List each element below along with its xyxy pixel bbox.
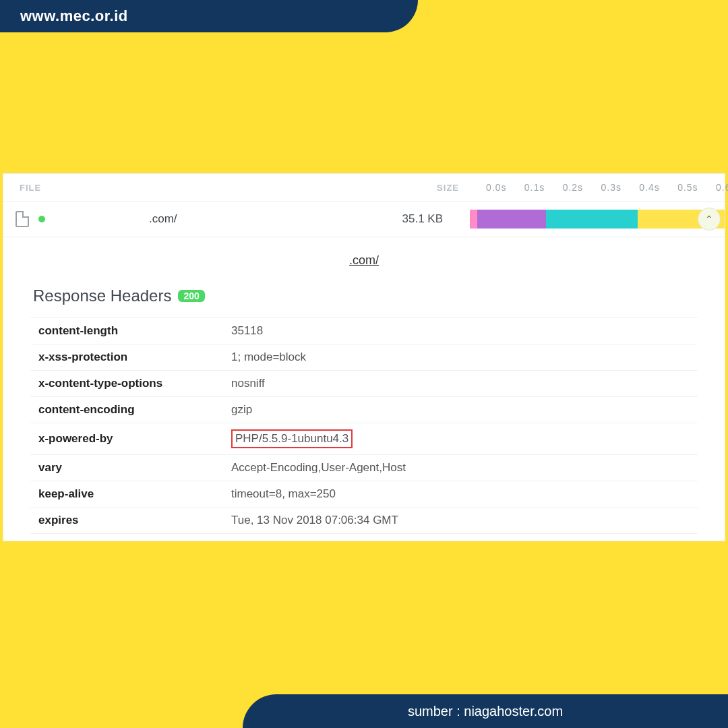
section-title: Response Headers 200 [33, 286, 698, 305]
bottom-banner: sumber : niagahoster.com [243, 694, 728, 728]
header-key: keep-alive [30, 481, 226, 507]
file-size: 35.1 KB [367, 212, 470, 226]
header-value: Accept-Encoding,User-Agent,Host [226, 454, 698, 481]
source-text: sumber : niagahoster.com [408, 704, 563, 719]
top-banner: www.mec.or.id [0, 0, 418, 32]
status-dot-icon [38, 216, 45, 222]
detail-url[interactable]: .com/ [30, 253, 698, 268]
header-key: expires [30, 507, 226, 533]
header-value: nosniff [226, 371, 698, 397]
header-row: content-encodinggzip [30, 397, 698, 423]
header-row: keep-alivetimeout=8, max=250 [30, 481, 698, 507]
highlight-box: PHP/5.5.9-1ubuntu4.3 [231, 429, 353, 448]
header-key: x-xss-protection [30, 344, 226, 371]
tick: 0.1s [524, 182, 525, 193]
request-row[interactable]: .com/ 35.1 KB ⌃ [3, 201, 725, 237]
section-label: Response Headers [33, 286, 171, 305]
collapse-button[interactable]: ⌃ [698, 208, 721, 231]
tick: 0.2s [563, 182, 564, 193]
waterfall-segment [477, 210, 546, 229]
waterfall-segment [546, 210, 638, 229]
header-key: x-content-type-options [30, 371, 226, 397]
waterfall-bar [470, 210, 725, 229]
waterfall-panel: FILE SIZE 0.0s 0.1s 0.2s 0.3s 0.4s 0.5s … [3, 173, 725, 541]
file-name: .com/ [149, 212, 177, 226]
tick: 0.5s [677, 182, 678, 193]
header-key: vary [30, 454, 226, 481]
waterfall-segment [470, 210, 477, 229]
detail-pane: .com/ Response Headers 200 content-lengt… [3, 237, 725, 541]
header-row: expiresTue, 13 Nov 2018 07:06:34 GMT [30, 507, 698, 533]
header-value: PHP/5.5.9-1ubuntu4.3 [226, 423, 698, 455]
header-row: x-xss-protection1; mode=block [30, 344, 698, 371]
header-key: content-encoding [30, 397, 226, 423]
tick: 0.4s [639, 182, 640, 193]
col-size[interactable]: SIZE [384, 183, 486, 193]
header-value: 35118 [226, 318, 698, 344]
tick: 0.3s [601, 182, 601, 193]
header-row: content-length35118 [30, 318, 698, 344]
chevron-up-icon: ⌃ [705, 214, 713, 224]
header-row: x-content-type-optionsnosniff [30, 371, 698, 397]
header-key: content-length [30, 318, 226, 344]
header-value: Tue, 13 Nov 2018 07:06:34 GMT [226, 507, 698, 533]
header-key: x-powered-by [30, 423, 226, 455]
header-value: 1; mode=block [226, 344, 698, 371]
headers-table: content-length35118x-xss-protection1; mo… [30, 317, 698, 534]
status-badge: 200 [178, 290, 204, 302]
document-icon [16, 211, 29, 227]
top-banner-text: www.mec.or.id [20, 7, 128, 25]
header-row: x-powered-byPHP/5.5.9-1ubuntu4.3 [30, 423, 698, 455]
header-value: gzip [226, 397, 698, 423]
tick: 0.0s [486, 182, 487, 193]
header-value: timeout=8, max=250 [226, 481, 698, 507]
header-row: varyAccept-Encoding,User-Agent,Host [30, 454, 698, 481]
tick: 0.6 [716, 182, 717, 193]
timeline-ticks: 0.0s 0.1s 0.2s 0.3s 0.4s 0.5s 0.6 [486, 182, 717, 193]
panel-header: FILE SIZE 0.0s 0.1s 0.2s 0.3s 0.4s 0.5s … [3, 174, 725, 201]
col-file[interactable]: FILE [20, 183, 384, 193]
